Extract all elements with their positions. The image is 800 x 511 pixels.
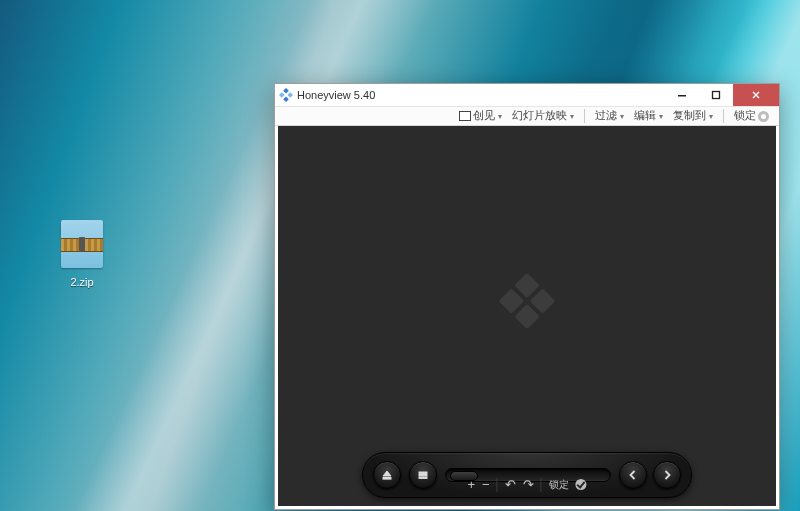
zip-archive-icon <box>61 220 103 268</box>
menu-copy-to[interactable]: 复制到 ▾ <box>669 107 717 125</box>
menu-lock-label: 锁定 <box>734 109 756 123</box>
menu-filter[interactable]: 过滤 ▾ <box>591 107 628 125</box>
titlebar[interactable]: Honeyview 5.40 <box>275 84 779 106</box>
svg-rect-1 <box>287 92 293 98</box>
monitor-icon <box>459 111 471 121</box>
gear-icon <box>758 111 769 122</box>
chevron-down-icon: ▾ <box>570 112 574 121</box>
rotate-cw-button[interactable]: ↷ <box>523 477 534 492</box>
window-controls <box>665 84 779 106</box>
chevron-down-icon: ▾ <box>620 112 624 121</box>
zoom-in-button[interactable]: + <box>467 477 475 492</box>
svg-rect-5 <box>713 92 720 99</box>
zoom-tools: + − ↶ ↷ 锁定 <box>465 477 588 492</box>
menu-lock[interactable]: 锁定 <box>730 107 773 125</box>
menu-copy-to-label: 复制到 <box>673 109 706 123</box>
dock-lock-label[interactable]: 锁定 <box>549 478 569 492</box>
zoom-out-button[interactable]: − <box>482 477 490 492</box>
menu-slideshow-label: 幻灯片放映 <box>512 109 567 123</box>
svg-rect-8 <box>419 475 427 476</box>
desktop-icon-zip[interactable]: 2.zip <box>52 220 112 290</box>
menu-view[interactable]: 创见 ▾ <box>455 107 506 125</box>
window-title: Honeyview 5.40 <box>297 89 665 101</box>
image-viewport[interactable]: + − ↶ ↷ 锁定 <box>278 126 776 506</box>
menu-edit[interactable]: 编辑 ▾ <box>630 107 667 125</box>
tool-divider <box>497 478 498 492</box>
honeyview-logo-icon <box>499 273 556 330</box>
close-button[interactable] <box>733 84 779 106</box>
maximize-button[interactable] <box>699 84 733 106</box>
minimize-button[interactable] <box>665 84 699 106</box>
menu-slideshow[interactable]: 幻灯片放映 ▾ <box>508 107 578 125</box>
svg-rect-7 <box>419 472 427 473</box>
menu-list-button[interactable] <box>409 461 437 489</box>
menu-view-label: 创见 <box>473 109 495 123</box>
app-icon <box>279 88 293 102</box>
svg-rect-6 <box>383 478 391 480</box>
prev-button[interactable] <box>619 461 647 489</box>
next-button[interactable] <box>653 461 681 489</box>
chevron-down-icon: ▾ <box>498 112 502 121</box>
menu-separator <box>723 109 724 123</box>
desktop-icon-label: 2.zip <box>66 275 97 289</box>
svg-rect-2 <box>279 92 285 98</box>
svg-rect-0 <box>283 88 289 94</box>
eject-button[interactable] <box>373 461 401 489</box>
svg-rect-4 <box>678 95 686 97</box>
check-icon[interactable] <box>576 479 587 490</box>
chevron-down-icon: ▾ <box>659 112 663 121</box>
menu-separator <box>584 109 585 123</box>
menubar: 创见 ▾ 幻灯片放映 ▾ 过滤 ▾ 编辑 ▾ 复制到 ▾ 锁定 <box>275 106 779 126</box>
svg-rect-3 <box>283 96 289 102</box>
menu-filter-label: 过滤 <box>595 109 617 123</box>
chevron-down-icon: ▾ <box>709 112 713 121</box>
rotate-ccw-button[interactable]: ↶ <box>505 477 516 492</box>
honeyview-window: Honeyview 5.40 创见 ▾ 幻灯片放映 ▾ 过滤 ▾ 编辑 ▾ 复制… <box>274 83 780 510</box>
tool-divider <box>541 478 542 492</box>
menu-edit-label: 编辑 <box>634 109 656 123</box>
svg-rect-9 <box>419 477 427 478</box>
